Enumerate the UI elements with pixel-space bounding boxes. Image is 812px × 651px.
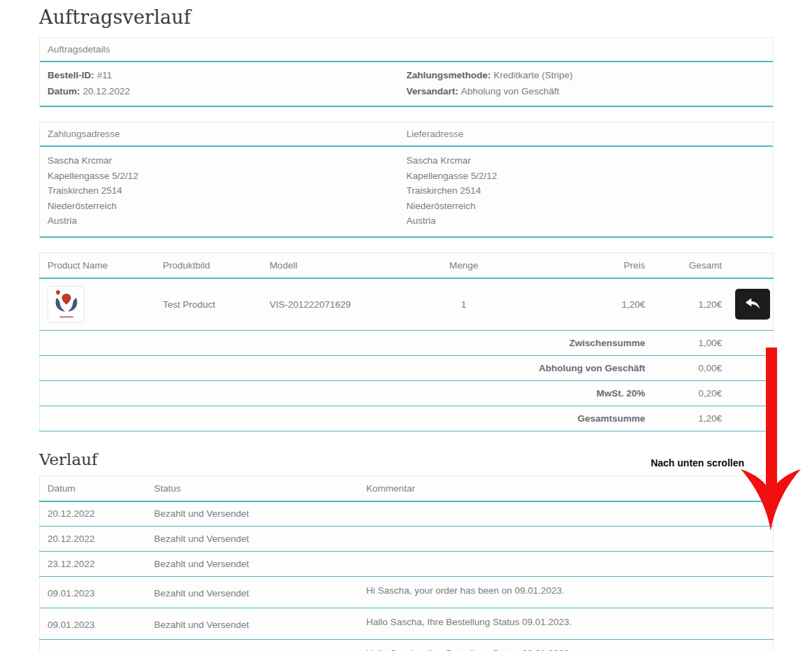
- grand-total-value: 1,20€: [653, 406, 730, 431]
- product-thumbnail: [48, 286, 85, 323]
- reorder-return-button[interactable]: [735, 289, 770, 320]
- shipping-value: 0,00€: [653, 355, 730, 380]
- product-model: VIS-201222071629: [262, 278, 401, 331]
- history-comment: Hallo Sascha, Ihre Bestellung Status 09.…: [358, 640, 773, 651]
- history-row: 09.01.2023 Bezahlt und Versendet Hi Sasc…: [40, 577, 774, 608]
- history-comment: [358, 552, 773, 577]
- shipping-method-field: Versandart:Abholung von Geschäft: [407, 83, 766, 99]
- column-total: Gesamt: [653, 252, 730, 278]
- shipping-label: Abholung von Geschäft: [40, 355, 653, 380]
- shipping-address-line: Austria: [407, 213, 766, 229]
- payment-method-label: Zahlungsmethode:: [407, 70, 491, 80]
- payment-address-line: Kapellengasse 5/2/12: [48, 169, 407, 184]
- order-date-label: Datum:: [48, 86, 80, 96]
- shipping-address-header: Lieferadresse: [407, 129, 766, 139]
- product-action-cell: [730, 278, 774, 331]
- order-details-header-label: Auftragsdetails: [48, 44, 110, 55]
- history-status: Bezahlt und Versendet: [146, 640, 358, 651]
- history-comment: Hallo Sascha, Ihre Bestellung Status 09.…: [358, 608, 773, 640]
- history-status: Bezahlt und Versendet: [146, 577, 358, 608]
- payment-address-line: Niederösterreich: [48, 199, 407, 214]
- history-row: 20.12.2022 Bezahlt und Versendet: [40, 527, 774, 552]
- history-date: 20.12.2022: [40, 501, 147, 527]
- addresses-body: Sascha Krcmar Kapellengasse 5/2/12 Trais…: [40, 147, 773, 238]
- shipping-address-line: Sascha Krcmar: [407, 153, 766, 169]
- history-date: 23.12.2022: [40, 552, 147, 577]
- payment-address-line: Traiskirchen 2514: [48, 183, 407, 199]
- shipping-address-line: Traiskirchen 2514: [407, 183, 766, 199]
- history-comment: Hi Sascha, your order has been on 09.01.…: [358, 577, 773, 608]
- order-history-page: Auftragsverlauf Auftragsdetails Bestell-…: [39, 0, 774, 651]
- payment-address-line: Austria: [48, 213, 407, 229]
- product-total: 1,20€: [653, 278, 730, 331]
- column-comment: Kommentar: [358, 475, 773, 501]
- history-row: 20.12.2022 Bezahlt und Versendet: [40, 501, 774, 527]
- tax-value: 0,20€: [653, 380, 730, 406]
- history-status: Bezahlt und Versendet: [146, 527, 358, 552]
- reply-arrow-icon: [745, 297, 760, 311]
- product-row: Test Product VIS-201222071629 1 1,20€ 1,…: [40, 278, 774, 331]
- order-id-label: Bestell-ID:: [48, 70, 94, 80]
- history-row: 23.12.2022 Bezahlt und Versendet: [40, 552, 774, 577]
- shipping-address-line: Niederösterreich: [407, 199, 766, 214]
- summary-row-tax: MwSt. 20% 0,20€: [40, 380, 774, 406]
- shipping-method-label: Versandart:: [407, 86, 458, 96]
- history-row: 09.01.2023 Bezahlt und Versendet Hallo S…: [40, 608, 774, 640]
- product-table: Product Name Produktbild Modell Menge Pr…: [39, 252, 774, 431]
- column-quantity: Menge: [401, 252, 526, 278]
- payment-address-line: Sascha Krcmar: [48, 153, 407, 169]
- product-price: 1,20€: [526, 278, 653, 331]
- column-actions: [730, 252, 774, 278]
- shipping-method-value: Abholung von Geschäft: [461, 86, 559, 96]
- hearts-in-hands-logo-icon: [51, 288, 82, 320]
- history-title: Verlauf: [39, 450, 98, 468]
- shipping-address-line: Kapellengasse 5/2/12: [407, 169, 766, 184]
- order-id-value: #11: [97, 70, 113, 80]
- history-table-header-row: Datum Status Kommentar: [40, 475, 774, 501]
- history-date: 20.12.2022: [40, 527, 147, 552]
- column-model: Modell: [262, 252, 401, 278]
- column-date: Datum: [40, 475, 147, 501]
- order-id-field: Bestell-ID:#11: [48, 67, 407, 83]
- tax-label: MwSt. 20%: [40, 380, 653, 406]
- history-date: 09.01.2023: [40, 640, 147, 651]
- addresses-panel: Zahlungsadresse Lieferadresse Sascha Krc…: [39, 122, 774, 238]
- history-status: Bezahlt und Versendet: [146, 608, 358, 640]
- order-details-left-column: Bestell-ID:#11 Datum:20.12.2022: [48, 67, 407, 99]
- payment-method-value: Kreditkarte (Stripe): [493, 70, 572, 80]
- subtotal-label: Zwischensumme: [40, 330, 653, 355]
- order-details-panel-header: Auftragsdetails: [40, 38, 773, 62]
- column-product-image: Produktbild: [155, 252, 262, 278]
- history-status: Bezahlt und Versendet: [146, 501, 358, 527]
- order-date-value: 20.12.2022: [83, 86, 131, 96]
- history-comment: [358, 527, 773, 552]
- order-date-field: Datum:20.12.2022: [48, 83, 407, 99]
- payment-method-field: Zahlungsmethode:Kreditkarte (Stripe): [407, 67, 766, 83]
- history-date: 09.01.2023: [40, 577, 147, 608]
- product-name: Test Product: [155, 278, 262, 331]
- addresses-panel-header: Zahlungsadresse Lieferadresse: [40, 122, 773, 147]
- shipping-address: Sascha Krcmar Kapellengasse 5/2/12 Trais…: [407, 153, 766, 229]
- column-status: Status: [146, 475, 358, 501]
- page-title: Auftragsverlauf: [39, 6, 774, 28]
- column-price: Preis: [526, 252, 653, 278]
- product-quantity: 1: [401, 278, 526, 331]
- summary-row-shipping: Abholung von Geschäft 0,00€: [40, 355, 774, 380]
- order-details-body: Bestell-ID:#11 Datum:20.12.2022 Zahlungs…: [40, 62, 773, 107]
- scroll-down-hint: Nach unten scrollen: [651, 457, 744, 468]
- history-table: Datum Status Kommentar 20.12.2022 Bezahl…: [39, 475, 774, 651]
- subtotal-value: 1,00€: [653, 330, 730, 355]
- payment-address-header: Zahlungsadresse: [48, 129, 407, 139]
- history-comment: [358, 501, 773, 527]
- payment-address: Sascha Krcmar Kapellengasse 5/2/12 Trais…: [48, 153, 407, 229]
- order-details-panel: Auftragsdetails Bestell-ID:#11 Datum:20.…: [39, 37, 774, 108]
- history-heading-row: Verlauf Nach unten scrollen: [39, 450, 774, 468]
- order-details-right-column: Zahlungsmethode:Kreditkarte (Stripe) Ver…: [407, 67, 766, 99]
- product-table-header-row: Product Name Produktbild Modell Menge Pr…: [40, 252, 774, 278]
- history-row: 09.01.2023 Bezahlt und Versendet Hallo S…: [40, 640, 774, 651]
- history-status: Bezahlt und Versendet: [146, 552, 358, 577]
- summary-row-subtotal: Zwischensumme 1,00€: [40, 330, 774, 355]
- column-product-name: Product Name: [40, 252, 156, 278]
- product-image-cell: [40, 278, 156, 331]
- summary-row-grand-total: Gesamtsumme 1,20€: [40, 406, 774, 431]
